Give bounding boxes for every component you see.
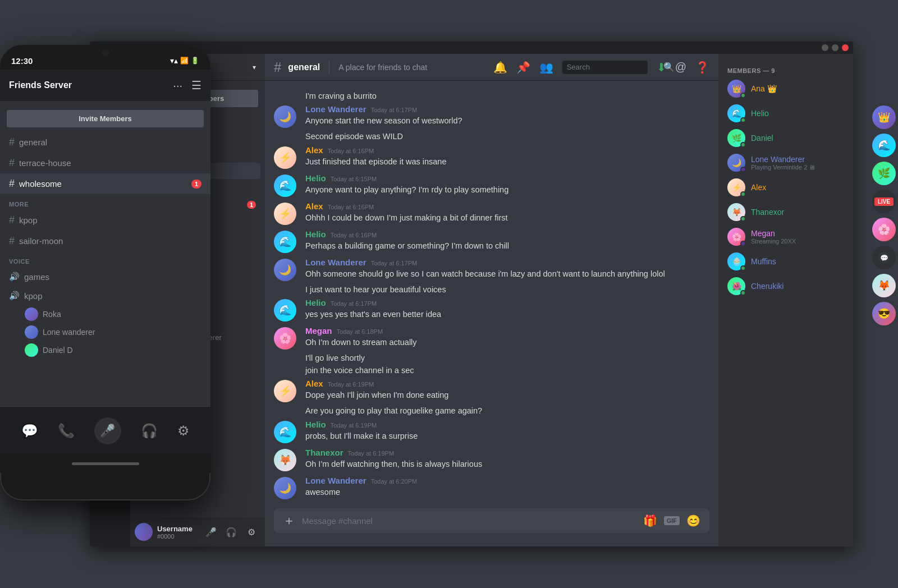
message-timestamp: Today at 6:17PM [371,107,418,113]
mobile-mic-btn[interactable]: 🎤 [94,417,121,444]
member-item-ana[interactable]: 👑 Ana 👑 [723,76,849,101]
mobile-channel-sailor-moon[interactable]: # sailor-moon [0,231,210,251]
mobile-channel-general[interactable]: # general [0,132,210,153]
mobile-voice-user-lone: Lone wanderer [0,323,210,341]
gift-icon[interactable]: 🎁 [643,514,657,527]
search-input[interactable] [567,63,661,71]
user-discriminator: #0000 [157,533,198,540]
message-item: 🌸 Megan Today at 6:18PM Oh I'm down to s… [265,324,718,352]
mobile-channel-terrace-house[interactable]: # terrace-house [0,153,210,173]
mobile-category-more: MORE [0,194,210,210]
hash-icon: # [9,214,15,226]
member-item-helio[interactable]: 🌊 Helio [723,101,849,126]
inbox-icon[interactable]: ⬇ [657,61,666,74]
battery-icon: 🔋 [191,57,199,65]
avatar [25,343,38,357]
notifications-icon[interactable]: 🔔 [493,61,507,74]
mobile-unread-badge: 1 [191,180,201,189]
message-text: Ohh someone should go live so I can watc… [305,268,709,279]
chat-input-box: ＋ 🎁 GIF 😊 [274,508,709,533]
channel-name: general [288,62,320,72]
member-item-megan[interactable]: 🌸 Megan Streaming 20XX [723,224,849,249]
mobile-channel-kpop[interactable]: # kpop [0,210,210,231]
deafen-btn[interactable]: 🎧 [222,523,240,541]
mobile-invite-btn[interactable]: Invite Members [7,110,204,127]
emoji-btn[interactable]: 😊 [686,514,700,527]
main-chat: # general A place for friends to chat 🔔 … [265,54,718,546]
member-item-alex[interactable]: ⚡ Alex [723,175,849,200]
signal-icon: 📶 [180,57,189,65]
help-icon[interactable]: ❓ [695,61,709,74]
mute-btn[interactable]: 🎤 [202,523,220,541]
message-author: Lone Wanderer [305,476,366,485]
member-item-muffins[interactable]: 🧁 Muffins [723,249,849,274]
avatar: 🌊 [274,421,296,443]
channel-hash-icon: # [274,59,281,75]
message-timestamp: Today at 6:15PM [331,176,377,182]
members-icon[interactable]: 👥 [539,61,553,74]
members-header: MEMBERS — 9 [723,63,849,76]
mention-icon[interactable]: @ [675,61,686,74]
mobile-nav-headphone-btn[interactable]: 🎧 [141,423,158,439]
minimize-btn[interactable] [822,44,828,51]
avatar [25,325,38,339]
mobile-more-btn[interactable]: ··· [173,79,182,92]
message-item: 🌊 Helio Today at 6:17PM yes yes yes that… [265,296,718,324]
search-bar[interactable]: 🔍 [562,61,648,74]
status-indicator [740,241,746,246]
maximize-btn[interactable] [832,44,839,51]
input-actions: 🎁 GIF 😊 [643,514,700,527]
message-item: 🌙 Lone Wanderer Today at 6:17PM Anyone s… [265,102,718,130]
svg-text:💬: 💬 [880,254,888,262]
avatar: 🌙 [274,105,296,128]
add-attachment-btn[interactable]: ＋ [283,512,295,529]
mobile-nav-phone-btn[interactable]: 📞 [58,423,75,439]
message-text: yes yes yes that's an even better idea [305,309,709,320]
settings-btn[interactable]: ⚙ [242,523,260,541]
hash-icon: # [9,157,15,169]
header-divider [329,61,329,74]
avatar: 🌊 [872,134,896,157]
mobile-voice-kpop[interactable]: 🔊 kpop [0,286,210,305]
pin-icon[interactable]: 📌 [516,61,530,74]
mobile-hamburger-btn[interactable]: ☰ [191,79,201,92]
gif-btn[interactable]: GIF [664,516,680,525]
member-status: Playing Vermintide 2 🖥 [751,164,815,171]
chat-header: # general A place for friends to chat 🔔 … [265,54,718,81]
wifi-icon: ▾▴ [170,56,178,65]
member-item-thanexor[interactable]: 🦊 Thanexor [723,200,849,224]
mobile-nav-chat-btn[interactable]: 💬 [21,423,38,439]
status-indicator [740,167,746,172]
mobile-indicators: ▾▴ 📶 🔋 [170,56,199,65]
avatar: 💬 [872,246,896,269]
message-timestamp: Today at 6:19PM [331,422,377,429]
message-input[interactable] [302,510,636,532]
message-timestamp: Today at 6:17PM [371,260,418,267]
member-item-daniel[interactable]: 🌿 Daniel [723,126,849,150]
channel-topic: A place for friends to chat [338,63,427,72]
member-name: Megan [751,229,796,238]
avatar: 🧁 [727,252,745,270]
message-item: ⚡ Alex Today at 6:16PM Ohhh I could be d… [265,199,718,227]
header-actions: 🔔 📌 👥 🔍 ⬇ @ ❓ [493,61,709,74]
avatar: 🌊 [727,104,745,122]
close-btn[interactable] [842,44,849,51]
member-item-cherukiki[interactable]: 🌺 Cherukiki [723,274,849,298]
message-item: Second episode was WILD [265,130,718,143]
avatar: 😎 [872,302,896,325]
notch [72,45,139,62]
message-author: Megan [305,326,332,336]
right-panel-avatars: 👑 🌊 🌿 LIVE 🌸 💬 🦊 😎 [870,101,898,330]
mobile-voice-games[interactable]: 🔊 games [0,267,210,286]
chat-input-area: ＋ 🎁 GIF 😊 [265,508,718,546]
member-status: Streaming 20XX [751,238,796,245]
status-indicator [740,93,746,98]
mobile-app: 12:30 ▾▴ 📶 🔋 Friends Server ··· ☰ Invite… [0,45,210,500]
mobile-channel-wholesome[interactable]: # wholesome 1 [0,173,210,194]
avatar: 🌸 [274,327,296,350]
status-indicator [740,142,746,148]
member-name: Thanexor [751,208,784,217]
mobile-nav-settings-btn[interactable]: ⚙ [177,423,190,439]
member-item-lone-wanderer[interactable]: 🌙 Lone Wanderer Playing Vermintide 2 🖥 [723,150,849,175]
message-author: Helio [305,173,326,183]
